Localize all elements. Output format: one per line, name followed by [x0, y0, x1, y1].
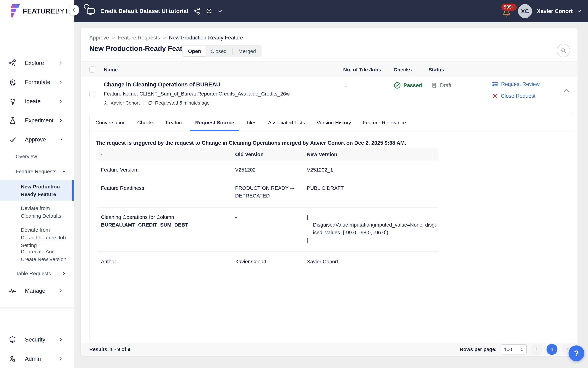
- tab-feature-relevance[interactable]: Feature Relevance: [357, 114, 412, 131]
- sidebar-item-feature-requests[interactable]: Feature Requests: [0, 166, 74, 177]
- table-row[interactable]: Change in Cleaning Operations of BUREAU …: [81, 77, 578, 111]
- close-request-button[interactable]: Close Request: [492, 93, 535, 99]
- chevron-left-icon: [71, 7, 77, 13]
- sidebar-collapse-button[interactable]: [68, 5, 79, 16]
- breadcrumb-feature-requests[interactable]: Feature Requests: [118, 35, 160, 41]
- row-label: Author: [97, 258, 231, 265]
- row-label-column-name: BUREAU.AMT_CREDIT_SUM_DEBT: [101, 221, 231, 229]
- user-menu-chevron-down-icon[interactable]: [577, 9, 582, 14]
- telescope-icon: [9, 59, 17, 67]
- sidebar-item-ideate[interactable]: Ideate: [0, 94, 74, 108]
- sidebar-item-manage[interactable]: Manage: [0, 284, 74, 298]
- tab-checks[interactable]: Checks: [132, 114, 160, 131]
- tab-associated-lists[interactable]: Associated Lists: [262, 114, 311, 131]
- sidebar-item-formulate[interactable]: Formulate: [0, 75, 74, 89]
- row-label: Feature Version: [97, 166, 231, 174]
- tab-request-source[interactable]: Request Source: [189, 114, 240, 131]
- request-meta: Xavier Conort | Requested 5 minutes ago: [103, 100, 209, 106]
- sidebar-item-security[interactable]: Security: [0, 333, 74, 347]
- search-button[interactable]: [557, 44, 570, 57]
- pagination-controls: Rows per page: 100 1: [460, 344, 573, 355]
- help-button[interactable]: ?: [569, 345, 584, 361]
- top-bar: Credit Default Dataset UI tutorial 999+ …: [0, 0, 588, 22]
- filter-open-button[interactable]: Open: [183, 46, 206, 56]
- new-value: V251202_1: [303, 166, 439, 174]
- sidebar-item-deprecate-and-create-new-version[interactable]: Deprecate And Create New Version: [0, 248, 74, 263]
- notifications-button[interactable]: 999+: [501, 0, 514, 22]
- draft-status: Draft: [431, 82, 451, 89]
- sidebar-divider: [0, 308, 74, 308]
- sidebar-item-approve[interactable]: Approve: [0, 133, 74, 147]
- sidebar-item-admin[interactable]: Admin: [0, 352, 74, 366]
- catalog-title: Credit Default Dataset UI tutorial: [100, 8, 188, 14]
- new-value: Xavier Conort: [303, 258, 439, 265]
- column-header-checks: Checks: [393, 62, 412, 78]
- tile-jobs-value: 1: [345, 82, 347, 88]
- old-value: -: [231, 213, 303, 221]
- collapse-row-chevron-up-icon[interactable]: [563, 87, 570, 94]
- sidebar-item-experiment[interactable]: Experiment: [0, 114, 74, 127]
- request-feature-name: Feature Name: CLIENT_Sum_of_BureauReport…: [104, 91, 290, 97]
- sidebar-item-overview[interactable]: Overview: [0, 150, 74, 163]
- version-row-author: Author Xavier Conort Xavier Conort: [97, 251, 439, 271]
- checklist-icon: [492, 81, 498, 87]
- request-source-summary: The request is triggered by the request …: [96, 140, 406, 146]
- column-header-status: Status: [428, 62, 444, 78]
- table-footer: Results: 1 - 9 of 9 Rows per page: 100 1: [81, 343, 578, 356]
- x-icon: [492, 93, 498, 99]
- tab-version-history[interactable]: Version History: [311, 114, 357, 131]
- sidebar-item-explore[interactable]: Explore: [0, 56, 74, 70]
- previous-page-button[interactable]: [531, 344, 543, 355]
- row-label: Feature Readiness: [97, 184, 231, 192]
- featurebyte-logo-text: FEATUREBYTE: [23, 7, 73, 15]
- request-review-button[interactable]: Request Review: [492, 81, 540, 87]
- tab-feature[interactable]: Feature: [160, 114, 189, 131]
- filter-merged-button[interactable]: Merged: [234, 46, 261, 56]
- breadcrumb-separator: >: [163, 35, 166, 40]
- shield-check-icon: [9, 336, 17, 344]
- old-value: Xavier Conort: [231, 258, 303, 265]
- chevron-right-icon: [58, 288, 63, 293]
- row-checkbox[interactable]: [89, 91, 95, 97]
- select-stepper-icons: [521, 347, 524, 352]
- select-all-checkbox[interactable]: [89, 66, 95, 73]
- chevron-down-icon: [58, 137, 63, 142]
- user-search-icon: [9, 355, 17, 363]
- request-title[interactable]: Change in Cleaning Operations of BUREAU: [104, 81, 220, 88]
- chevron-right-icon: [58, 60, 63, 66]
- user-avatar[interactable]: XC: [518, 4, 532, 18]
- sidebar-item-deviate-from-default-feature-job-setting[interactable]: Deviate from Default Feature Job Setting: [0, 226, 74, 249]
- bracket-close: ]: [307, 236, 439, 244]
- tab-bar: Conversation Checks Feature Request Sour…: [90, 114, 573, 131]
- requests-table-header: Name No. of Tile Jobs Checks Status: [81, 62, 578, 77]
- settings-gear-icon[interactable]: [205, 7, 213, 15]
- catalog-monitor-icon: [85, 6, 96, 16]
- new-value: PUBLIC DRAFT: [303, 184, 439, 192]
- sidebar-item-new-production-ready-feature[interactable]: New Production-Ready Feature: [0, 180, 74, 201]
- feature-requests-card: Approve > Feature Requests > New Product…: [81, 28, 578, 356]
- chevron-right-icon: [58, 80, 63, 85]
- row-label: Cleaning Operations for Column BUREAU.AM…: [97, 213, 231, 229]
- share-icon[interactable]: [193, 7, 201, 15]
- page-number-button[interactable]: 1: [546, 344, 557, 355]
- rows-per-page-label: Rows per page:: [460, 347, 497, 352]
- sidebar: FEATUREBYTE Explore Formulate Ideate: [0, 0, 74, 368]
- head-gear-icon: [9, 78, 17, 86]
- cleaning-operation-code: DisguisedValueImputation(imputed_value=N…: [307, 221, 438, 236]
- version-row-cleaning-operations: Cleaning Operations for Column BUREAU.AM…: [97, 207, 439, 251]
- rows-per-page-select[interactable]: 100: [501, 344, 527, 355]
- request-timestamp: Requested 5 minutes ago: [155, 100, 209, 106]
- lightbulb-icon: [9, 97, 17, 105]
- filter-closed-button[interactable]: Closed: [206, 46, 231, 56]
- sidebar-item-table-requests[interactable]: Table Requests: [0, 267, 74, 279]
- breadcrumb-approve[interactable]: Approve: [89, 35, 109, 41]
- bracket-open: [: [307, 213, 439, 221]
- catalog-check-badge-icon: [84, 4, 89, 9]
- sidebar-item-deviate-from-cleaning-defaults[interactable]: Deviate from Cleaning Defaults: [0, 204, 74, 220]
- version-row-feature-readiness: Feature Readiness PRODUCTION READY ⇒ DEP…: [97, 179, 439, 207]
- tab-tiles[interactable]: Tiles: [240, 114, 262, 131]
- pulse-icon: [9, 287, 17, 295]
- catalog-chevron-down-icon[interactable]: [217, 8, 223, 14]
- version-row-feature-version: Feature Version V251202 V251202_1: [97, 161, 439, 179]
- tab-conversation[interactable]: Conversation: [90, 114, 132, 131]
